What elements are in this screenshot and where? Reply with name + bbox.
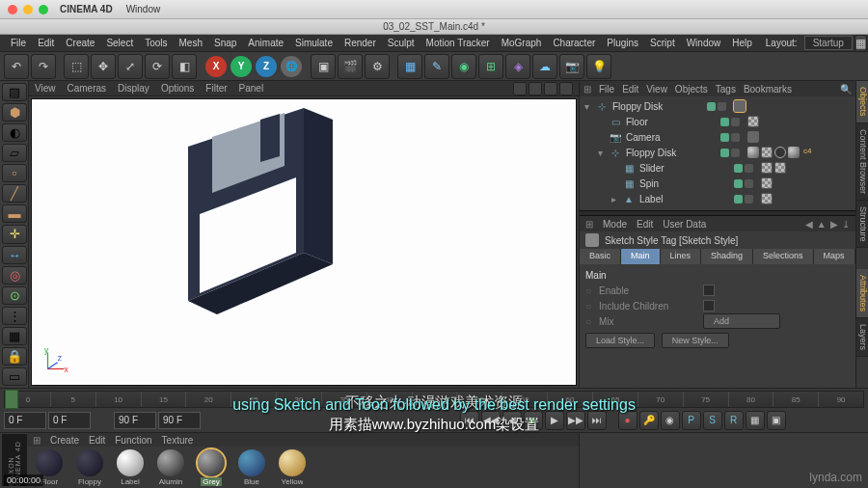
mac-min[interactable] (23, 5, 33, 14)
axis-world-icon[interactable]: 🌐 (281, 56, 302, 77)
tab-attributes[interactable]: Attributes (856, 269, 868, 318)
snap-settings-icon[interactable]: ⋮ (2, 307, 27, 325)
om-menu-view[interactable]: View (646, 84, 667, 95)
om-row-floppy-disk[interactable]: ▾ ⊹ Floppy Disk c4 (582, 145, 854, 160)
vp-menu-view[interactable]: View (35, 83, 56, 94)
autokey-icon[interactable]: 🔑 (639, 411, 659, 430)
prev-key-icon[interactable]: ◀◀ (481, 411, 501, 430)
next-frame-icon[interactable]: ▶ (545, 411, 564, 430)
checkbox[interactable] (703, 300, 715, 312)
menu-plugins[interactable]: Plugins (602, 36, 643, 50)
vp-nav-layout-icon[interactable] (559, 82, 573, 95)
goto-start-icon[interactable]: ⏮ (460, 411, 479, 430)
viewport[interactable]: x y z (31, 98, 577, 386)
material-blue[interactable]: Blue (233, 449, 270, 486)
timeline-start-field[interactable]: 0 F (4, 412, 46, 429)
om-menu-bookmarks[interactable]: Bookmarks (744, 84, 792, 95)
environment-icon[interactable]: ☁ (532, 54, 557, 79)
menu-simulate[interactable]: Simulate (290, 36, 338, 50)
timeline-current-field[interactable]: 0 F (48, 412, 91, 429)
undo-icon[interactable]: ↶ (4, 54, 29, 79)
material-grey[interactable]: Grey (193, 449, 230, 486)
tab-layers[interactable]: Layers (856, 318, 868, 357)
menu-tools[interactable]: Tools (140, 36, 172, 50)
attr-tab-basic[interactable]: Basic (580, 249, 621, 264)
poly-mode-icon[interactable]: ▬ (2, 204, 27, 223)
snap-icon[interactable]: ⊙ (2, 286, 27, 305)
workplane-icon[interactable]: ▱ (2, 144, 27, 162)
attr-nav-lock-icon[interactable]: ⤓ (842, 219, 850, 230)
attr-tab-lines[interactable]: Lines (661, 249, 702, 264)
key-pla-icon[interactable]: ▣ (767, 411, 786, 430)
menu-select[interactable]: Select (101, 36, 138, 50)
menu-motiontracker[interactable]: Motion Tracker (421, 36, 495, 50)
checkbox[interactable] (703, 285, 715, 296)
locked-workplane-icon[interactable]: 🔒 (2, 347, 27, 366)
tab-structure[interactable]: Structure (856, 201, 868, 249)
mat-menu-function[interactable]: Function (115, 435, 151, 446)
axis-z-icon[interactable]: Z (256, 56, 277, 77)
axis-mode-icon[interactable]: ✛ (2, 225, 27, 243)
key-param-icon[interactable]: ▦ (746, 411, 765, 430)
attr-tab-shading[interactable]: Shading (701, 249, 753, 264)
generator-nurbs-icon[interactable]: ◉ (451, 54, 476, 79)
menu-file[interactable]: File (6, 36, 31, 50)
spline-pen-icon[interactable]: ✎ (424, 54, 449, 79)
key-selection-icon[interactable]: ◉ (661, 411, 680, 430)
next-key-icon[interactable]: ▶▶ (566, 411, 585, 430)
om-row-floppy-disk[interactable]: ▾ ⊹ Floppy Disk (582, 98, 854, 114)
attr-nav-up-icon[interactable]: ▲ (817, 219, 827, 230)
menu-help[interactable]: Help (727, 36, 757, 50)
planar-workplane-icon[interactable]: ▭ (2, 367, 27, 386)
mat-menu-edit[interactable]: Edit (89, 435, 105, 446)
om-row-slider[interactable]: ▦ Slider (582, 160, 854, 176)
material-floppy[interactable]: Floppy (71, 449, 108, 486)
menu-edit[interactable]: Edit (33, 36, 59, 50)
object-manager-tree[interactable]: ▾ ⊹ Floppy Disk ▭ Floor 📷 Camera ▾ ⊹ Flo… (580, 96, 855, 210)
light-icon[interactable]: 💡 (586, 54, 611, 79)
vp-menu-panel[interactable]: Panel (239, 83, 264, 94)
edge-mode-icon[interactable]: ╱ (2, 184, 27, 203)
material-alumin[interactable]: Alumin (152, 449, 189, 486)
axis-x-icon[interactable]: X (205, 56, 227, 77)
layout-selector[interactable]: Startup (804, 36, 853, 50)
om-row-camera[interactable]: 📷 Camera (582, 129, 854, 145)
vp-menu-cameras[interactable]: Cameras (68, 83, 107, 94)
timeline-playhead[interactable] (5, 390, 18, 409)
new-style-button[interactable]: New Style... (662, 333, 729, 348)
key-pos-icon[interactable]: P (682, 411, 701, 430)
texture-mode-icon[interactable]: ◐ (2, 123, 27, 142)
om-row-spin[interactable]: ▦ Spin (582, 176, 854, 191)
render-settings-icon[interactable]: ⚙ (365, 54, 390, 79)
make-editable-icon[interactable]: ▨ (2, 83, 27, 101)
mac-max[interactable] (39, 5, 48, 14)
material-label[interactable]: Label (112, 449, 149, 486)
menu-animate[interactable]: Animate (243, 36, 288, 50)
goto-end-icon[interactable]: ⏭ (587, 411, 607, 430)
tab-content-browser[interactable]: Content Browser (856, 123, 868, 201)
move-tool-icon[interactable]: ✥ (91, 54, 116, 79)
tweak-icon[interactable]: ↔ (2, 246, 27, 264)
vp-nav-zoom-icon[interactable] (529, 82, 542, 95)
attr-menu-userdata[interactable]: User Data (663, 219, 706, 230)
material-yellow[interactable]: Yellow (274, 449, 311, 486)
generator-array-icon[interactable]: ⊞ (478, 54, 503, 79)
vp-nav-pan-icon[interactable] (513, 82, 527, 95)
menu-sculpt[interactable]: Sculpt (383, 36, 420, 50)
model-mode-icon[interactable]: ⬢ (2, 103, 27, 122)
vp-menu-options[interactable]: Options (161, 83, 194, 94)
recent-tool-icon[interactable]: ◧ (172, 54, 197, 79)
redo-icon[interactable]: ↷ (31, 54, 56, 79)
attr-tab-maps[interactable]: Maps (814, 249, 855, 264)
select-tool-icon[interactable]: ⬚ (64, 54, 89, 79)
attr-value[interactable]: Add (703, 313, 780, 329)
attr-menu-edit[interactable]: Edit (637, 219, 653, 230)
mat-menu-texture[interactable]: Texture (162, 435, 194, 446)
vp-menu-filter[interactable]: Filter (205, 83, 227, 94)
attr-menu-mode[interactable]: Mode (603, 219, 627, 230)
om-menu-edit[interactable]: Edit (622, 84, 638, 95)
render-view-icon[interactable]: ▣ (311, 54, 336, 79)
attr-tab-main[interactable]: Main (621, 249, 661, 264)
timeline-end-field[interactable]: 90 F (158, 412, 201, 429)
prev-frame-icon[interactable]: ◀ (502, 411, 522, 430)
